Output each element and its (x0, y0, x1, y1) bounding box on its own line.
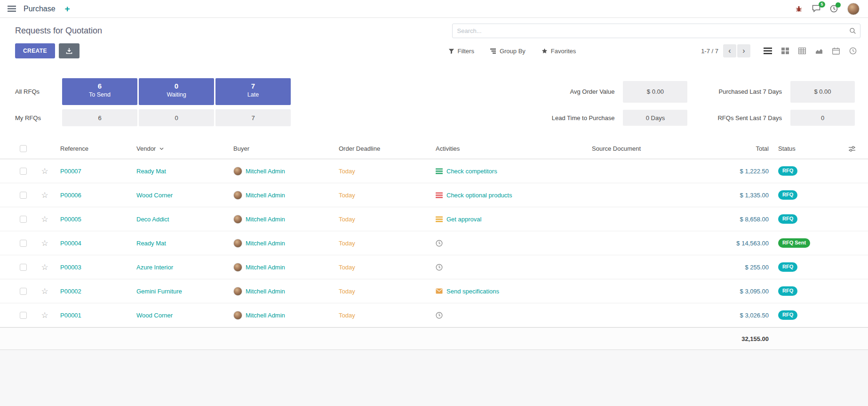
messages-icon[interactable]: 5 (812, 5, 820, 13)
kpi-purchased-7d: $ 0.00 (790, 81, 855, 103)
table-row[interactable]: ☆ P00005 Deco Addict Mitchell Admin Toda… (0, 207, 868, 231)
total-amount: $ 255.00 (745, 264, 769, 271)
row-checkbox[interactable] (20, 264, 27, 271)
favorite-star-icon[interactable]: ☆ (41, 287, 48, 295)
header-order-deadline[interactable]: Order Deadline (334, 145, 431, 152)
header-reference[interactable]: Reference (56, 145, 132, 152)
table-row[interactable]: ☆ P00002 Gemini Furniture Mitchell Admin… (0, 279, 868, 303)
activity-button[interactable]: Send specifications (436, 288, 499, 295)
favorite-star-icon[interactable]: ☆ (41, 167, 48, 175)
activity-button[interactable]: Check optional products (436, 192, 512, 199)
app-name[interactable]: Purchase (24, 5, 56, 13)
purchased-7d-label: Purchased Last 7 Days (719, 88, 782, 95)
search-input[interactable] (452, 24, 861, 38)
activity-button[interactable] (436, 264, 446, 271)
row-select-cell (12, 312, 34, 319)
activity-view-button[interactable] (849, 47, 857, 55)
reference-link[interactable]: P00002 (60, 288, 81, 295)
total-amount: $ 1,335.00 (740, 192, 769, 199)
row-star-cell: ☆ (34, 263, 56, 271)
activity-button[interactable]: Check competitors (436, 168, 497, 175)
header-source-document[interactable]: Source Document (587, 145, 703, 152)
group-by-button[interactable]: Group By (490, 48, 526, 55)
favorites-button[interactable]: Favorites (542, 48, 576, 55)
pivot-view-button[interactable] (798, 48, 806, 54)
buyer-link[interactable]: Mitchell Admin (246, 240, 285, 247)
activity-button[interactable]: Get approval (436, 216, 481, 223)
user-avatar[interactable] (847, 3, 860, 15)
top-navbar: Purchase + 5 (0, 0, 868, 18)
row-checkbox[interactable] (20, 168, 27, 175)
table-row[interactable]: ☆ P00004 Ready Mat Mitchell Admin Today … (0, 231, 868, 255)
row-checkbox[interactable] (20, 216, 27, 223)
create-button[interactable]: CREATE (15, 43, 55, 58)
order-deadline: Today (339, 216, 355, 223)
graph-view-button[interactable] (815, 48, 823, 54)
pager-previous-button[interactable]: ‹ (723, 44, 736, 57)
status-badge: RFQ (778, 166, 797, 175)
list-view-button[interactable] (764, 48, 772, 54)
tile-waiting[interactable]: 0 Waiting (139, 78, 214, 105)
row-select-cell (12, 288, 34, 295)
tile-my-late[interactable]: 7 (215, 109, 291, 126)
buyer-link[interactable]: Mitchell Admin (246, 192, 285, 199)
optional-columns-cell (832, 146, 860, 152)
buyer-link[interactable]: Mitchell Admin (246, 264, 285, 271)
reference-link[interactable]: P00001 (60, 312, 81, 319)
favorite-star-icon[interactable]: ☆ (41, 263, 48, 271)
buyer-link[interactable]: Mitchell Admin (246, 312, 285, 319)
favorite-star-icon[interactable]: ☆ (41, 239, 48, 247)
table-row[interactable]: ☆ P00006 Wood Corner Mitchell Admin Toda… (0, 183, 868, 207)
new-tab-plus-icon[interactable]: + (65, 4, 70, 13)
favorite-star-icon[interactable]: ☆ (41, 311, 48, 319)
vendor-link[interactable]: Ready Mat (136, 240, 166, 247)
calendar-view-button[interactable] (832, 48, 840, 55)
table-row[interactable]: ☆ P00003 Azure Interior Mitchell Admin T… (0, 255, 868, 279)
reference-link[interactable]: P00005 (60, 216, 81, 223)
apps-menu-icon[interactable] (8, 6, 16, 12)
vendor-link[interactable]: Ready Mat (136, 168, 166, 175)
reference-link[interactable]: P00007 (60, 168, 81, 175)
vendor-link[interactable]: Wood Corner (136, 192, 173, 199)
tile-my-waiting[interactable]: 0 (139, 109, 214, 126)
table-row[interactable]: ☆ P00007 Ready Mat Mitchell Admin Today … (0, 159, 868, 183)
pager-next-button[interactable]: › (737, 44, 750, 57)
header-activities[interactable]: Activities (431, 145, 587, 152)
row-checkbox[interactable] (20, 288, 27, 295)
row-checkbox[interactable] (20, 240, 27, 247)
header-status[interactable]: Status (773, 145, 832, 152)
reference-link[interactable]: P00004 (60, 240, 81, 247)
debug-bug-icon[interactable] (795, 5, 803, 13)
vendor-link[interactable]: Wood Corner (136, 312, 173, 319)
kanban-view-button[interactable] (781, 48, 789, 54)
tile-my-to-send[interactable]: 6 (62, 109, 137, 126)
filters-button[interactable]: Filters (448, 48, 474, 55)
tile-to-send[interactable]: 6 To Send (62, 78, 137, 105)
reference-link[interactable]: P00003 (60, 264, 81, 271)
activity-button[interactable] (436, 312, 446, 319)
vendor-link[interactable]: Deco Addict (136, 216, 169, 223)
favorite-star-icon[interactable]: ☆ (41, 215, 48, 223)
export-button[interactable] (59, 43, 80, 58)
optional-columns-icon[interactable] (848, 146, 856, 152)
header-total[interactable]: Total (703, 145, 773, 152)
select-all-cell (12, 145, 34, 152)
activities-clock-icon[interactable] (830, 5, 838, 13)
select-all-checkbox[interactable] (20, 145, 27, 152)
search-icon[interactable] (849, 27, 856, 34)
activity-button[interactable] (436, 240, 446, 247)
table-row[interactable]: ☆ P00001 Wood Corner Mitchell Admin Toda… (0, 303, 868, 327)
activity-label: Get approval (446, 216, 481, 223)
favorite-star-icon[interactable]: ☆ (41, 191, 48, 199)
buyer-link[interactable]: Mitchell Admin (246, 168, 285, 175)
tile-late[interactable]: 7 Late (215, 78, 291, 105)
header-vendor[interactable]: Vendor (132, 145, 229, 152)
row-checkbox[interactable] (20, 312, 27, 319)
vendor-link[interactable]: Azure Interior (136, 264, 173, 271)
row-checkbox[interactable] (20, 192, 27, 199)
buyer-link[interactable]: Mitchell Admin (246, 216, 285, 223)
header-buyer[interactable]: Buyer (229, 145, 334, 152)
reference-link[interactable]: P00006 (60, 192, 81, 199)
vendor-link[interactable]: Gemini Furniture (136, 288, 182, 295)
buyer-link[interactable]: Mitchell Admin (246, 288, 285, 295)
